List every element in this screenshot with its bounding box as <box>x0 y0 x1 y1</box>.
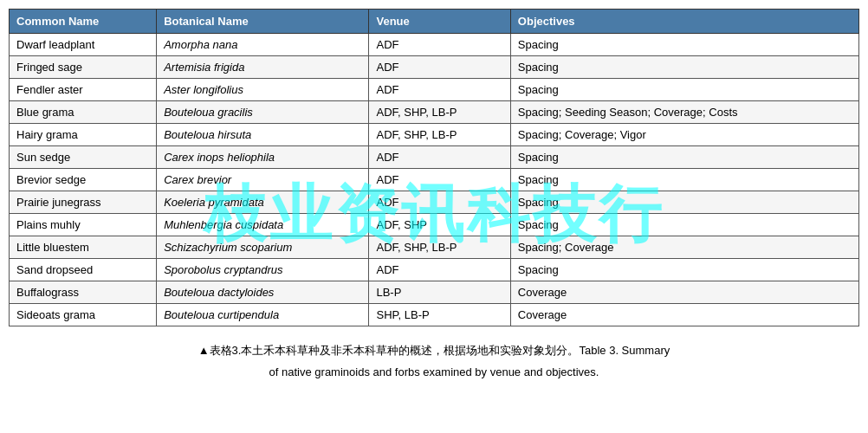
col-header-botanical-name: Botanical Name <box>157 10 369 34</box>
table-row: Hairy gramaBouteloua hirsutaADF, SHP, LB… <box>10 124 859 146</box>
table-cell: ADF <box>369 56 510 79</box>
table-cell: Sideoats grama <box>10 304 157 326</box>
table-row: BuffalograssBouteloua dactyloidesLB-PCov… <box>10 281 859 304</box>
caption-line2: of native graminoids and forbs examined … <box>26 364 842 382</box>
caption-line1: ▲表格3.本土禾本科草种及非禾本科草种的概述，根据场地和实验对象划分。Table… <box>26 342 842 360</box>
table-cell: Fringed sage <box>10 56 157 79</box>
table-cell: Spacing <box>510 56 858 79</box>
table-cell: ADF, SHP, LB-P <box>369 124 510 146</box>
table-cell: Spacing <box>510 259 858 281</box>
table-cell: Sporobolus cryptandrus <box>157 259 369 281</box>
table-cell: Sand dropseed <box>10 259 157 281</box>
table-cell: ADF, SHP <box>369 214 510 236</box>
table-cell: Artemisia frigida <box>157 56 369 79</box>
table-row: Fendler asterAster longifoliusADFSpacing <box>10 79 859 101</box>
table-cell: Brevior sedge <box>10 169 157 191</box>
col-header-common-name: Common Name <box>10 10 157 34</box>
table-cell: Carex inops heliophila <box>157 146 369 169</box>
table-cell: Spacing <box>510 214 858 236</box>
table-row: Sand dropseedSporobolus cryptandrusADFSp… <box>10 259 859 281</box>
table-row: Little bluestemSchizachyrium scopariumAD… <box>10 236 859 259</box>
table-row: Fringed sageArtemisia frigidaADFSpacing <box>10 56 859 79</box>
table-cell: Spacing <box>510 79 858 101</box>
table-cell: Aster longifolius <box>157 79 369 101</box>
table-cell: Muhlenbergia cuspidata <box>157 214 369 236</box>
table-cell: ADF <box>369 259 510 281</box>
page-wrapper: 枝业资讯科技行 Common Name Botanical Name Venue… <box>9 9 859 382</box>
col-header-objectives: Objectives <box>510 10 858 34</box>
table-cell: Fendler aster <box>10 79 157 101</box>
table-cell: Coverage <box>510 281 858 304</box>
table-cell: Bouteloua curtipendula <box>157 304 369 326</box>
table-cell: SHP, LB-P <box>369 304 510 326</box>
table-cell: Amorpha nana <box>157 34 369 56</box>
table-cell: ADF, SHP, LB-P <box>369 101 510 124</box>
table-cell: LB-P <box>369 281 510 304</box>
table-cell: ADF, SHP, LB-P <box>369 236 510 259</box>
table-row: Sideoats gramaBouteloua curtipendulaSHP,… <box>10 304 859 326</box>
table-cell: Bouteloua gracilis <box>157 101 369 124</box>
table-cell: Spacing <box>510 191 858 214</box>
table-cell: ADF <box>369 169 510 191</box>
table-cell: Bouteloua dactyloides <box>157 281 369 304</box>
table-cell: Spacing; Coverage; Vigor <box>510 124 858 146</box>
table-cell: Coverage <box>510 304 858 326</box>
table-cell: Sun sedge <box>10 146 157 169</box>
table-cell: Spacing; Coverage <box>510 236 858 259</box>
data-table: Common Name Botanical Name Venue Objecti… <box>9 9 859 326</box>
table-cell: ADF <box>369 34 510 56</box>
table-row: Plains muhlyMuhlenbergia cuspidataADF, S… <box>10 214 859 236</box>
table-cell: Schizachyrium scoparium <box>157 236 369 259</box>
caption-area: ▲表格3.本土禾本科草种及非禾本科草种的概述，根据场地和实验对象划分。Table… <box>9 342 859 382</box>
table-cell: Hairy grama <box>10 124 157 146</box>
table-cell: ADF <box>369 146 510 169</box>
table-cell: Little bluestem <box>10 236 157 259</box>
table-row: Blue gramaBouteloua gracilisADF, SHP, LB… <box>10 101 859 124</box>
table-row: Prairie junegrassKoeleria pyramidataADFS… <box>10 191 859 214</box>
table-cell: Spacing; Seeding Season; Coverage; Costs <box>510 101 858 124</box>
table-cell: Spacing <box>510 34 858 56</box>
table-row: Brevior sedgeCarex breviorADFSpacing <box>10 169 859 191</box>
table-cell: Dwarf leadplant <box>10 34 157 56</box>
table-cell: Koeleria pyramidata <box>157 191 369 214</box>
table-cell: Plains muhly <box>10 214 157 236</box>
table-row: Dwarf leadplantAmorpha nanaADFSpacing <box>10 34 859 56</box>
table-cell: Buffalograss <box>10 281 157 304</box>
table-cell: ADF <box>369 191 510 214</box>
table-cell: Blue grama <box>10 101 157 124</box>
table-cell: Spacing <box>510 146 858 169</box>
table-cell: Prairie junegrass <box>10 191 157 214</box>
table-cell: ADF <box>369 79 510 101</box>
table-cell: Spacing <box>510 169 858 191</box>
table-header-row: Common Name Botanical Name Venue Objecti… <box>10 10 859 34</box>
table-cell: Bouteloua hirsuta <box>157 124 369 146</box>
col-header-venue: Venue <box>369 10 510 34</box>
table-cell: Carex brevior <box>157 169 369 191</box>
table-row: Sun sedgeCarex inops heliophilaADFSpacin… <box>10 146 859 169</box>
